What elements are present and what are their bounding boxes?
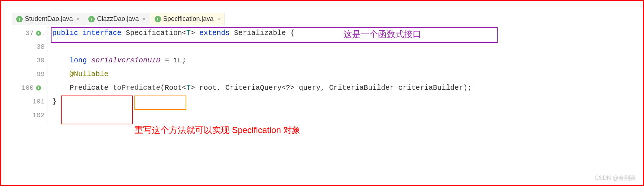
code-area: 37I↓ 38 39 99 100I↓ 101 102 public inter… (12, 26, 520, 122)
code-line-99: @Nullable (48, 67, 520, 81)
code-line-38 (48, 40, 520, 54)
interface-icon: I (16, 16, 23, 22)
line-number: 99 (36, 70, 45, 78)
gutter-line[interactable]: 99 (12, 67, 48, 81)
code-line-37: public interface Specification<T> extend… (48, 26, 520, 40)
gutter-line[interactable]: 39 (12, 54, 48, 67)
interface-icon: I (155, 16, 161, 22)
down-arrow-icon: ↓ (42, 30, 45, 36)
code-content[interactable]: public interface Specification<T> extend… (48, 26, 520, 122)
screenshot-frame: I StudentDao.java × I ClazzDao.java × I … (0, 0, 644, 186)
gutter-line[interactable]: 37I↓ (12, 26, 48, 40)
tab-label: StudentDao.java (25, 15, 73, 23)
code-line-100: Predicate toPredicate(Root<T> root, Crit… (48, 81, 520, 95)
implementers-icon[interactable]: I (36, 31, 41, 36)
gutter-line[interactable]: 38 (12, 40, 48, 54)
tab-label: Specification.java (163, 15, 214, 23)
editor-tabs: I StudentDao.java × I ClazzDao.java × I … (12, 12, 520, 26)
gutter-line[interactable]: 100I↓ (12, 81, 48, 95)
gutter-line[interactable]: 101 (12, 95, 48, 108)
line-gutter: 37I↓ 38 39 99 100I↓ 101 102 (12, 26, 48, 122)
gutter-line[interactable]: 102 (12, 108, 48, 122)
interface-icon: I (88, 16, 95, 22)
implementers-icon[interactable]: I (36, 85, 41, 90)
watermark: CSDN @金刚猿 (595, 174, 636, 182)
close-icon[interactable]: × (76, 16, 79, 22)
close-icon[interactable]: × (142, 16, 145, 22)
tab-clazzdao[interactable]: I ClazzDao.java × (84, 13, 150, 25)
line-number: 100 (21, 84, 34, 92)
ide-container: I StudentDao.java × I ClazzDao.java × I … (12, 12, 520, 122)
code-line-39: long serialVersionUID = 1L; (48, 54, 520, 67)
line-number: 101 (32, 98, 45, 106)
tab-label: ClazzDao.java (97, 15, 139, 23)
line-number: 37 (26, 29, 34, 37)
line-number: 38 (36, 43, 45, 51)
line-number: 102 (32, 111, 45, 119)
tab-specification[interactable]: I Specification.java × (150, 13, 225, 25)
annotation-text-red: 重写这个方法就可以实现 Specification 对象 (134, 124, 301, 136)
tab-studentdao[interactable]: I StudentDao.java × (12, 13, 84, 25)
annotation-text-purple: 这是一个函数式接口 (343, 28, 421, 40)
down-arrow-icon: ↓ (42, 85, 45, 91)
code-line-101: } (48, 95, 520, 108)
code-line-102 (48, 108, 520, 122)
line-number: 39 (36, 57, 45, 65)
close-icon[interactable]: × (217, 16, 220, 22)
